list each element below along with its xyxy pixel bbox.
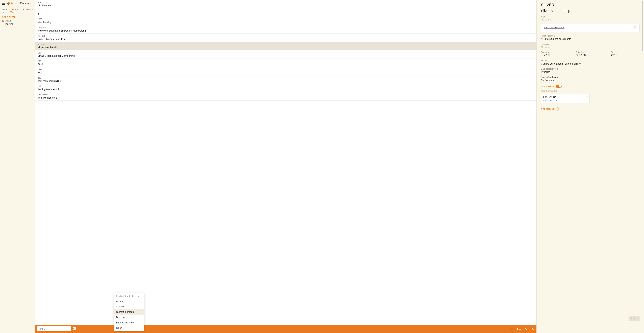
row-name: Staff (38, 63, 534, 65)
row-code: MemberTRL (38, 94, 534, 96)
find-related-icon[interactable] (72, 327, 76, 331)
row-name: Testing Membership (38, 88, 534, 91)
popup-item[interactable]: Current members (114, 309, 144, 315)
membership-list: aidiscountAi Discountsfff2023MembershipN… (35, 0, 536, 325)
row-name: Silver Membership (38, 46, 534, 49)
fee-ex-value[interactable]: $27.27 (541, 54, 569, 57)
row-name: Pottery Membership Test (38, 37, 534, 40)
list-row[interactable]: NEEMemNewtown Education Emporium Members… (35, 25, 536, 33)
list-row[interactable]: 200Test membership123 (35, 75, 536, 84)
list-row[interactable]: SILVERSilver Membership (35, 42, 536, 50)
search-wrapper (37, 326, 71, 331)
list-row[interactable]: 101Testing Membership (35, 84, 536, 92)
menu-icon[interactable] (2, 2, 5, 5)
discount-card-title: Flat 25% Off (543, 96, 588, 98)
dcr-label: Data collection rule (541, 68, 640, 70)
total-value[interactable]: $30.00 (576, 54, 604, 57)
row-code: 200 (38, 77, 534, 79)
logo-ish: ish (11, 2, 15, 5)
discount-card-sub: Also apply to (545, 99, 557, 101)
list-row[interactable]: fff (35, 8, 536, 17)
row-code: test1 (38, 68, 534, 71)
gear-icon[interactable] (531, 327, 534, 331)
popup-item[interactable]: Audits (114, 299, 144, 304)
row-code: POT001 (38, 35, 534, 37)
tax-value[interactable]: GST (611, 54, 640, 57)
checkbox-icon[interactable] (2, 23, 4, 25)
list-row[interactable]: aidiscountAi Discounts (35, 0, 536, 8)
tags-label: Tags (541, 15, 640, 18)
popup-title: Find related to 1 record (114, 293, 144, 299)
detail-panel: SILVER Silver Membership Tags No value C… (536, 0, 644, 333)
row-name: Newtown Education Emporium Membership (38, 29, 534, 32)
row-code: f (38, 10, 534, 12)
discounts-title: DISCOUNTS (541, 85, 554, 88)
share-icon[interactable] (524, 327, 528, 330)
chevron-down-icon[interactable]: ▾ (543, 99, 544, 101)
center-column: aidiscountAi Discountsfff2023MembershipN… (35, 0, 536, 333)
row-name: Membership (38, 21, 534, 24)
tab-filter-by[interactable]: Filter by (2, 8, 8, 14)
checkbox-checked-icon[interactable]: ✓ (2, 20, 4, 22)
popup-item[interactable]: Sales (114, 325, 144, 331)
list-row[interactable]: 2023Membership (35, 17, 536, 25)
discounts-toggle[interactable] (556, 85, 562, 88)
discount-card[interactable]: Flat 25% Off ▾ Also apply to (541, 94, 590, 103)
popup-item[interactable]: Expired members (114, 320, 144, 325)
row-code: 101 (38, 85, 534, 87)
core-filter-title: CORE FILTER (2, 16, 33, 18)
list-row[interactable]: POT001Pottery Membership Test (35, 33, 536, 42)
income-value[interactable]: 41000, Student enrolments (541, 37, 640, 40)
search-input[interactable] (39, 328, 69, 330)
fee-ex-label: Fee ex tax (541, 51, 569, 53)
svg-rect-1 (73, 327, 76, 330)
dcr-value[interactable]: Product (541, 70, 640, 73)
list-row[interactable]: test1test (35, 67, 536, 75)
add-icon[interactable] (510, 327, 513, 330)
svg-rect-0 (8, 2, 10, 5)
add-relation-icon[interactable]: + (556, 107, 558, 110)
trash-icon[interactable] (586, 96, 588, 98)
view-mode-icon[interactable] (517, 328, 521, 330)
filter-inactive[interactable]: Inactive (2, 22, 33, 25)
chevron-down-icon: ▼ (560, 76, 562, 78)
list-row[interactable]: MemberTRLTrial Membership (35, 92, 536, 101)
row-code: 1234 (38, 52, 534, 54)
logo-oncourse: onCourse (17, 2, 29, 5)
progress-circle-icon (634, 26, 636, 29)
bottom-bar (35, 325, 536, 333)
filter-active[interactable]: ✓ Active (2, 19, 33, 22)
tab-filters-tags[interactable]: Filters & Tags (10, 8, 21, 14)
row-code: 260 (38, 60, 534, 62)
logo: ish®onCourse™ (7, 1, 31, 5)
list-row[interactable]: 260Staff (35, 59, 536, 67)
create-checklist-link[interactable]: Create a checklist now (544, 26, 564, 29)
svg-point-7 (532, 328, 533, 329)
logo-icon (7, 1, 11, 5)
sidebar: ish®onCourse™ Filter by Filters & Tags C… (0, 0, 35, 333)
row-code: aidiscount (38, 1, 534, 4)
status-label: Status (541, 59, 640, 62)
expires-selector[interactable]: Expires 1st January ▼ (541, 76, 640, 78)
popup-item[interactable]: Classes (114, 304, 144, 309)
row-name: Test membership123 (38, 79, 534, 82)
expires-value[interactable]: 1st January (541, 79, 640, 81)
tab-checklists[interactable]: Checklists (23, 8, 33, 14)
checklist-box: Create a checklist now (541, 23, 640, 32)
status-value[interactable]: Can be purchased in office & online (541, 62, 640, 65)
filter-inactive-label: Inactive (5, 23, 13, 25)
row-name: Ai Discounts (38, 4, 534, 7)
tags-value[interactable]: No value (541, 18, 640, 21)
row-name: test (38, 71, 534, 74)
scrollbar[interactable] (642, 0, 644, 333)
add-discounts[interactable]: Add discounts (541, 89, 640, 92)
desc-value[interactable]: No value (541, 46, 640, 48)
row-name: Small Organisational Membership (38, 54, 534, 57)
popup-item[interactable]: Discounts (114, 315, 144, 320)
filter-active-label: Active (5, 19, 11, 22)
row-code: 2023 (38, 18, 534, 20)
income-label: Income account (541, 35, 640, 37)
save-button[interactable]: SAVE (628, 316, 640, 321)
list-row[interactable]: 1234Small Organisational Membership (35, 50, 536, 59)
detail-name: Silver Membership (541, 9, 640, 13)
